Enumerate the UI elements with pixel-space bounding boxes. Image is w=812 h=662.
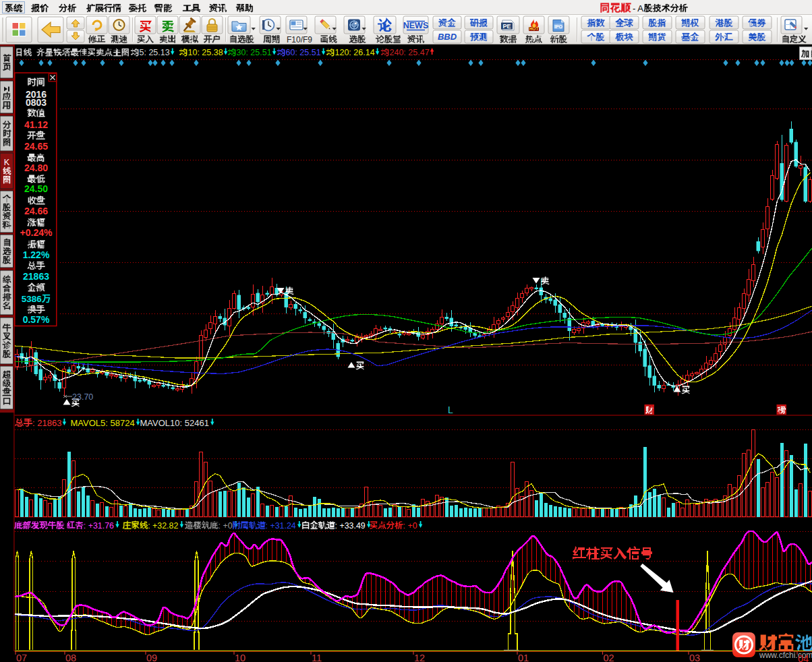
svg-text:: +33.49: : +33.49 <box>335 521 366 531</box>
svg-text:12: 12 <box>414 653 425 662</box>
svg-text:F10/F9: F10/F9 <box>287 35 312 44</box>
svg-text:30: 25.51: 30: 25.51 <box>237 48 272 57</box>
svg-text:: +0: : +0 <box>219 521 233 531</box>
svg-text:K: K <box>4 158 10 167</box>
svg-text:09: 09 <box>146 653 157 662</box>
svg-text:0.57%: 0.57% <box>23 314 50 325</box>
svg-text:: +0: : +0 <box>403 521 417 531</box>
svg-text:NEWS: NEWS <box>403 21 429 30</box>
svg-text:0803: 0803 <box>26 97 47 108</box>
svg-text:60: 25.51: 60: 25.51 <box>286 48 321 57</box>
svg-text:5386: 5386 <box>22 294 42 304</box>
svg-text:PE: PE <box>502 23 511 30</box>
svg-text:: +31.24: : +31.24 <box>266 521 296 531</box>
svg-text:: +31.76: : +31.76 <box>84 521 114 531</box>
svg-text:10: 10 <box>235 653 245 662</box>
svg-text:120: 26.14: 120: 26.14 <box>335 48 375 57</box>
svg-text:+0.24%: +0.24% <box>20 227 53 238</box>
svg-text:240: 25.47: 240: 25.47 <box>390 48 430 57</box>
svg-text:L: L <box>448 404 453 415</box>
svg-text:08: 08 <box>65 653 76 662</box>
svg-text:BBD: BBD <box>438 32 457 42</box>
svg-text:24.66: 24.66 <box>24 206 48 216</box>
svg-text:5: 25.13: 5: 25.13 <box>140 48 170 57</box>
svg-text:24.50: 24.50 <box>24 183 48 194</box>
svg-text:02: 02 <box>604 653 614 662</box>
svg-text:07: 07 <box>16 653 27 662</box>
svg-text:IPO: IPO <box>554 24 563 29</box>
svg-text:23.70: 23.70 <box>72 392 93 402</box>
svg-text:04: 04 <box>798 653 809 662</box>
svg-text:: +32.82: : +32.82 <box>148 521 178 531</box>
svg-text:MAVOL5: 58724: MAVOL5: 58724 <box>71 418 135 428</box>
svg-text:24.80: 24.80 <box>24 162 48 173</box>
svg-text:01: 01 <box>518 653 529 662</box>
svg-text:MAVOL10: 52461: MAVOL10: 52461 <box>140 418 209 428</box>
svg-text:24.65: 24.65 <box>24 141 48 152</box>
svg-text:03: 03 <box>689 653 700 662</box>
svg-text:11: 11 <box>312 653 322 662</box>
svg-text:1.22%: 1.22% <box>23 249 50 260</box>
svg-text:- A: - A <box>633 3 643 13</box>
svg-text:41.12: 41.12 <box>24 119 48 130</box>
svg-text:10: 25.38: 10: 25.38 <box>188 48 223 57</box>
svg-text:21863: 21863 <box>23 271 49 282</box>
svg-text:HOT: HOT <box>529 26 539 31</box>
svg-text:: 21863: : 21863 <box>32 418 61 428</box>
